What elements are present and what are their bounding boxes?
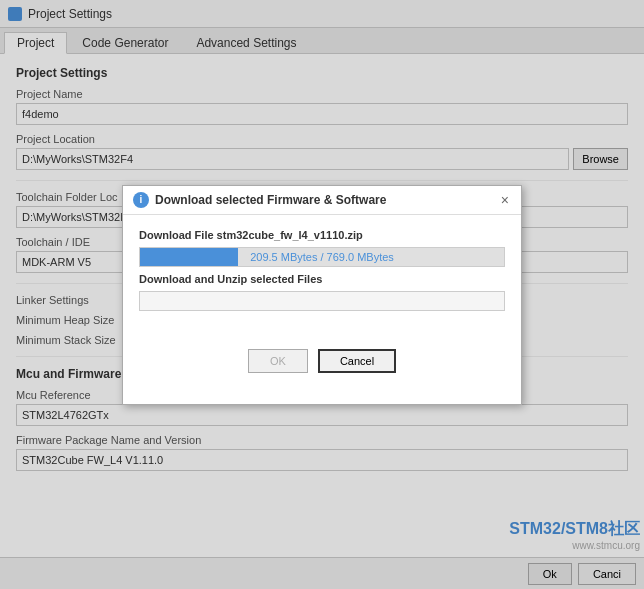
modal-title: Download selected Firmware & Software [155,193,386,207]
modal-overlay: i Download selected Firmware & Software … [0,0,644,589]
modal-header: i Download selected Firmware & Software … [123,186,521,215]
unzip-label: Download and Unzip selected Files [139,273,505,285]
download-progress-container: 209.5 MBytes / 769.0 MBytes [139,247,505,267]
modal-info-icon: i [133,192,149,208]
modal-body: Download File stm32cube_fw_l4_v1110.zip … [123,215,521,341]
modal-ok-button[interactable]: OK [248,349,308,373]
modal-footer: OK Cancel [123,341,521,387]
modal-close-button[interactable]: × [499,193,511,207]
unzip-progress-container [139,291,505,311]
download-progress-text: 209.5 MBytes / 769.0 MBytes [140,248,504,266]
modal-cancel-button[interactable]: Cancel [318,349,396,373]
modal-header-left: i Download selected Firmware & Software [133,192,386,208]
download-modal: i Download selected Firmware & Software … [122,185,522,405]
download-file-label: Download File stm32cube_fw_l4_v1110.zip [139,229,505,241]
